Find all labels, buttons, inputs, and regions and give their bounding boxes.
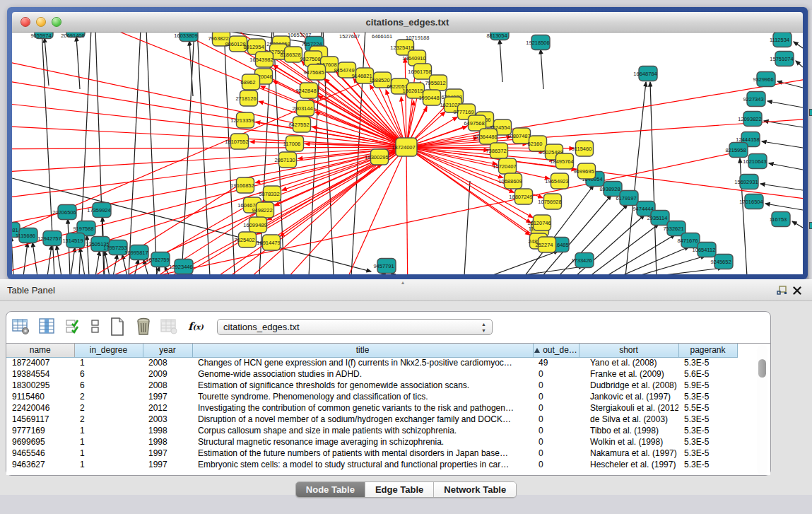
graph-edge[interactable]	[80, 247, 85, 274]
table-cell[interactable]: 9115460	[6, 391, 74, 402]
graph-node[interactable]: 17359924	[87, 203, 111, 218]
table-cell[interactable]: 1998	[143, 436, 192, 448]
table-cell[interactable]: Changes of HCN gene expression and I(f) …	[192, 357, 533, 368]
graph-edge[interactable]	[224, 33, 235, 274]
graph-edge[interactable]	[76, 37, 80, 89]
table-cell[interactable]: 5.9E-5	[678, 380, 737, 391]
graph-edge[interactable]	[792, 221, 803, 228]
graph-node[interactable]: 9699695	[573, 163, 595, 179]
scrollbar-thumb[interactable]	[758, 359, 766, 378]
table-vertical-scrollbar[interactable]	[757, 345, 767, 474]
function-builder-icon[interactable]: f(x)	[187, 317, 205, 336]
graph-node[interactable]: 252274	[535, 237, 555, 252]
graph-edge[interactable]	[113, 255, 117, 274]
table-cell[interactable]: Yano et al. (2008)	[579, 357, 678, 368]
table-row[interactable]: 2242004622012Investigating the contribut…	[6, 402, 737, 414]
graph-edge[interactable]	[796, 61, 803, 67]
network-canvas[interactable]: 9055974206914061603380978572248813054192…	[12, 33, 803, 274]
new-document-icon[interactable]	[108, 317, 126, 336]
table-cell[interactable]: 1997	[143, 448, 192, 459]
show-columns-icon[interactable]	[38, 317, 57, 336]
table-cell[interactable]: 5.3E-5	[678, 448, 737, 459]
graph-node[interactable]: 16782759	[146, 252, 170, 267]
graph-node[interactable]: 18807249	[509, 189, 532, 204]
graph-node[interactable]: 20206506	[52, 205, 76, 220]
network-window-titlebar[interactable]: citations_edges.txt	[12, 12, 803, 33]
delete-table-icon[interactable]	[134, 317, 153, 336]
table-cell[interactable]: Disruption of a novel member of a sodium…	[192, 414, 533, 425]
graph-edge[interactable]	[762, 141, 803, 148]
graph-edge[interactable]	[620, 247, 689, 274]
graph-node[interactable]: 16914479	[257, 235, 280, 250]
graph-node[interactable]: 1115686	[16, 228, 37, 243]
table-cell[interactable]: 0	[533, 459, 579, 470]
node-table[interactable]: namein_degreeyeartitleout_de…shortpagera…	[6, 344, 738, 470]
graph-edge[interactable]	[769, 163, 803, 170]
column-header-in_degree[interactable]: in_degree	[74, 344, 143, 357]
table-cell[interactable]: 5.6E-5	[678, 368, 737, 380]
table-cell[interactable]: Estimation of significance thresholds fo…	[192, 380, 533, 391]
graph-node[interactable]: 16648784	[633, 66, 657, 81]
table-cell[interactable]: 5.3E-5	[678, 414, 737, 425]
graph-node[interactable]: 9242848	[295, 83, 317, 98]
table-cell[interactable]: 5.3E-5	[678, 391, 737, 402]
table-cell[interactable]: 9699695	[6, 436, 74, 448]
table-cell[interactable]: 1997	[143, 459, 192, 470]
table-cell[interactable]: Tibbo et al. (1998)	[579, 425, 678, 436]
table-cell[interactable]: 0	[533, 368, 579, 380]
graph-edge[interactable]	[45, 38, 49, 86]
tab-network-table[interactable]: Network Table	[434, 482, 516, 497]
graph-node[interactable]: 15720407	[493, 158, 516, 174]
table-cell[interactable]: 2008	[143, 380, 192, 391]
table-cell[interactable]: Structural magnetic resonance image aver…	[192, 436, 533, 448]
network-graph[interactable]: 9055974206914061603380978572248813054192…	[12, 33, 803, 274]
float-panel-icon[interactable]	[774, 284, 789, 297]
table-cell[interactable]: 9465546	[6, 448, 74, 459]
splitter-handle-icon[interactable]: ▴	[401, 279, 404, 286]
table-cell[interactable]: 1	[74, 448, 143, 459]
table-cell[interactable]: Corpus callosum shape and size in male p…	[192, 425, 533, 436]
graph-edge[interactable]	[105, 251, 110, 274]
graph-node[interactable]: 12213359	[230, 112, 254, 128]
table-cell[interactable]: 9777169	[6, 425, 74, 436]
graph-node[interactable]: 68962	[241, 74, 260, 90]
table-cell[interactable]: 9463627	[6, 459, 74, 470]
table-cell[interactable]: 5.3E-5	[678, 436, 737, 448]
graph-node[interactable]: 10688609	[498, 173, 522, 189]
graph-node[interactable]: 12942757	[37, 231, 61, 246]
table-cell[interactable]: 6	[74, 368, 143, 380]
graph-edge[interactable]	[196, 147, 406, 274]
graph-node[interactable]: 8427552	[288, 117, 310, 132]
table-settings-icon[interactable]	[12, 317, 30, 336]
graph-node[interactable]: 1112534	[770, 33, 792, 47]
tab-edge-table[interactable]: Edge Table	[365, 482, 434, 497]
graph-edge[interactable]	[500, 40, 502, 82]
graph-edge[interactable]	[541, 49, 543, 89]
table-cell[interactable]: 5.3E-5	[678, 425, 737, 436]
graph-node[interactable]: 10756928	[538, 194, 561, 209]
table-cell[interactable]: Stergiakouli et al. (2012)	[579, 402, 678, 414]
graph-edge[interactable]	[134, 259, 139, 274]
graph-edge[interactable]	[794, 42, 803, 48]
network-window[interactable]: citations_edges.txt 90559742069140616033…	[7, 7, 808, 279]
table-cell[interactable]: 2	[74, 414, 143, 425]
table-cell[interactable]: 5.5E-5	[678, 402, 737, 414]
graph-edge[interactable]	[12, 147, 406, 174]
table-cell[interactable]: Tourette syndrome. Phenomenology and cla…	[192, 391, 533, 402]
column-header-out_de[interactable]: out_de…	[533, 344, 579, 357]
table-cell[interactable]: 1	[74, 357, 143, 368]
graph-node[interactable]: 2867130	[274, 152, 296, 168]
table-cell[interactable]: 0	[533, 425, 579, 436]
table-row[interactable]: 1456911722003Disruption of a novel membe…	[6, 414, 737, 425]
graph-node[interactable]: 16033809	[174, 33, 198, 42]
table-cell[interactable]: 5.3E-5	[678, 459, 737, 470]
table-cell[interactable]: 1	[74, 436, 143, 448]
column-header-year[interactable]: year	[143, 344, 192, 357]
graph-edge[interactable]	[12, 178, 371, 271]
graph-edge[interactable]	[589, 224, 659, 274]
table-cell[interactable]: 18724007	[6, 357, 74, 368]
deselect-rows-icon[interactable]	[90, 317, 100, 336]
table-row[interactable]: 1872400712008Changes of HCN gene express…	[6, 357, 737, 368]
table-cell[interactable]: 0	[533, 380, 579, 391]
graph-edge[interactable]	[57, 245, 61, 274]
